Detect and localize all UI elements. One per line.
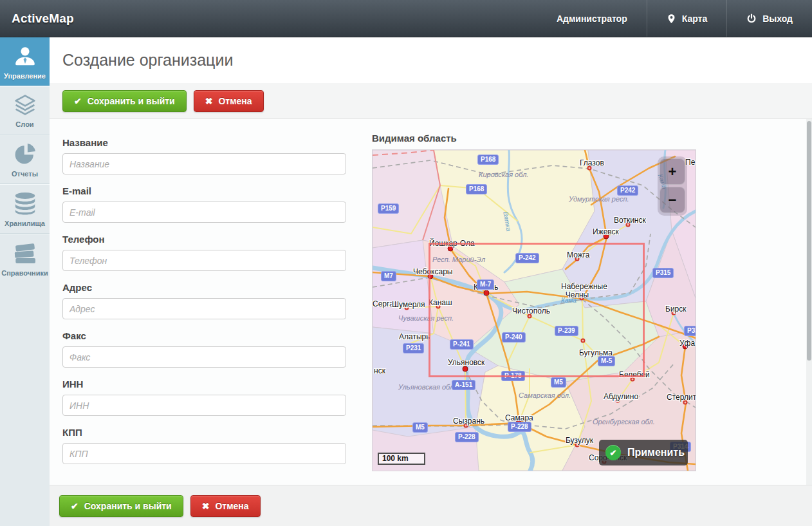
city-label: Шумерля [392,301,425,309]
books-icon [12,241,38,265]
app-logo: ActiveMap [12,12,74,26]
road-badge: Р315 [684,326,696,336]
vertical-scrollbar[interactable] [806,119,812,485]
phone-input[interactable] [62,250,346,271]
city-label: Бирск [665,305,687,314]
map-link-label: Карта [682,14,708,24]
field-label: E-mail [62,185,346,196]
form-field-inn: ИНН [62,379,346,416]
city-label: Глазов [580,159,604,167]
city-label: Алатырь [399,333,430,341]
cross-icon: ✖ [202,501,210,511]
visible-area-title: Видимая область [372,133,695,144]
form-field-name: Название [62,137,346,174]
form-field-kpp: КПП [62,427,346,464]
selection-rectangle[interactable] [429,243,645,377]
sidebar-item-directories[interactable]: Справочники [0,234,50,283]
plus-icon: + [669,165,677,179]
field-label: Адрес [62,282,346,293]
kpp-input[interactable] [62,443,346,464]
scrollbar-thumb[interactable] [807,121,811,361]
form-field-phone: Телефон [62,234,346,271]
user-icon [12,44,38,68]
organization-form: Название E-mail Телефон Адрес Факс ИНН [62,137,346,475]
cancel-button[interactable]: ✖ Отмена [194,90,264,112]
road-badge: А-151 [452,380,475,390]
field-label: Телефон [62,234,346,245]
header-nav: Администратор Карта Выход [537,0,812,37]
form-field-email: E-mail [62,185,346,223]
sidebar-item-label: Хранилища [5,220,45,227]
sidebar-item-label: Слои [15,120,33,128]
fax-input[interactable] [62,346,346,368]
save-and-exit-button[interactable]: ✔ Сохранить и выйти [62,90,187,112]
apply-button-label: Применить [627,447,685,458]
form-field-fax: Факс [62,330,346,368]
zoom-out-button[interactable]: − [660,187,685,213]
logout-button[interactable]: Выход [726,0,812,37]
address-input[interactable] [62,298,346,319]
check-icon: ✔ [71,501,78,511]
database-icon [12,192,38,215]
sidebar-item-label: Справочники [1,269,48,277]
apply-button[interactable]: ✔ Применить [599,440,688,465]
page-title: Создание организации [62,51,233,70]
cancel-button-bottom[interactable]: ✖ Отмена [190,495,261,517]
save-and-exit-button-bottom[interactable]: ✔ Сохранить и выйти [59,495,183,517]
road-badge: Р159 [378,203,399,214]
field-label: КПП [62,427,346,438]
city-label: Воткинск [614,216,646,225]
minus-icon: − [669,193,677,207]
name-input[interactable] [62,153,346,174]
app-header: ActiveMap Администратор Карта Выход [0,0,812,37]
map-widget[interactable]: Кировская обл.Удмуртская респ.Респ. Мари… [372,149,696,471]
field-label: Название [62,137,346,148]
city-label: Ижевск [593,228,619,236]
road-badge: М5 [412,422,428,433]
map-link[interactable]: Карта [647,0,727,37]
map-pin-icon [667,13,676,24]
cancel-button-label: Отмена [218,96,252,106]
road-badge: Р-228 [455,432,479,442]
cross-icon: ✖ [205,96,213,106]
inn-input[interactable] [62,395,346,416]
bottom-toolbar: ✔ Сохранить и выйти ✖ Отмена [50,485,812,526]
river-label: Вятка [502,211,512,232]
save-button-label: Сохранить и выйти [88,96,175,106]
road-badge: Р242 [617,185,638,196]
logout-label: Выход [762,14,793,24]
region-label: Удмуртская респ. [569,195,629,203]
sidebar: Управление Слои Отчеты Хранилища [0,37,50,526]
zoom-in-button[interactable]: + [660,158,685,185]
city-label: Сызрань [453,417,484,426]
city-label: Уфа [679,339,695,348]
city-label: Абдулино [604,393,638,401]
user-menu[interactable]: Администратор [537,0,647,37]
content-area: Название E-mail Телефон Адрес Факс ИНН [50,119,812,485]
sidebar-item-layers[interactable]: Слои [0,86,50,134]
field-label: Факс [62,330,346,341]
top-toolbar: ✔ Сохранить и выйти ✖ Отмена [50,83,812,119]
road-badge: М5 [551,377,566,388]
email-input[interactable] [62,202,346,223]
region-label: Самарская обл. [519,391,571,399]
user-name-label: Администратор [557,14,627,24]
road-badge: М7 [381,271,396,281]
sidebar-item-storages[interactable]: Хранилища [0,184,50,233]
city-label: Бузулук [566,437,593,445]
road-badge: Р315 [652,268,674,278]
visible-area-panel: Видимая область [372,133,695,471]
sidebar-item-reports[interactable]: Отчеты [0,135,50,183]
check-circle-icon: ✔ [605,445,621,460]
city-label: Стерлитам [667,393,696,402]
title-bar: Создание организации [50,37,812,84]
road-badge: Р-228 [508,422,531,432]
cancel-button-label: Отмена [215,501,248,511]
city-label: нск [374,367,385,375]
pie-chart-icon [13,142,37,165]
sidebar-item-management[interactable]: Управление [0,37,50,86]
form-field-address: Адрес [62,282,346,319]
power-icon [746,13,757,24]
save-button-label: Сохранить и выйти [84,501,172,511]
sidebar-item-label: Управление [4,72,46,80]
